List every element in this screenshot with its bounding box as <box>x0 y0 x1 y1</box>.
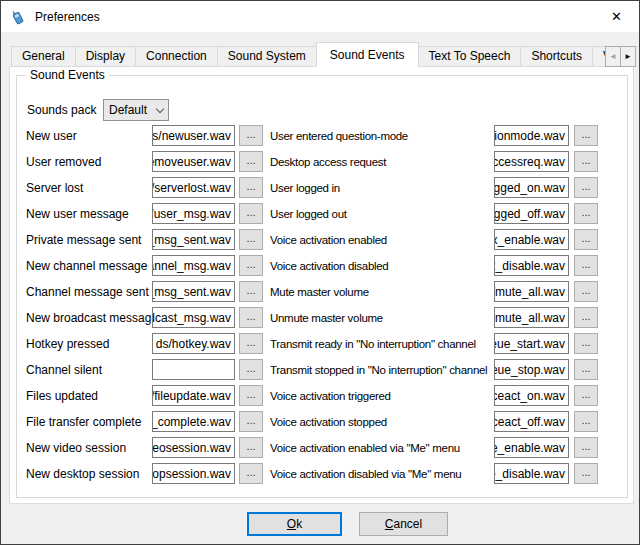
tab-strip: General Display Connection Sound System … <box>11 42 640 67</box>
sound-event-row: User removed emoveuser.wav ... <box>26 151 263 172</box>
sounds-pack-label: Sounds pack <box>27 103 96 117</box>
sound-event-row: Unmute master volume unmute_all.wav ... <box>270 307 598 328</box>
sound-file-input[interactable]: s/mute_all.wav <box>494 281 569 302</box>
tab-sound-events[interactable]: Sound Events <box>316 42 419 67</box>
sound-file-input[interactable]: ox_disable.wav <box>494 255 569 276</box>
sound-file-input[interactable]: ox_enable.wav <box>494 229 569 250</box>
browse-button[interactable]: ... <box>574 229 598 250</box>
sound-file-input[interactable]: topsession.wav <box>152 463 235 484</box>
browse-button[interactable]: ... <box>574 411 598 432</box>
browse-button[interactable]: ... <box>239 125 263 146</box>
sound-event-row: Voice activation disabled via "Me" menu … <box>270 463 598 484</box>
sound-event-row: Transmit stopped in "No interruption" ch… <box>270 359 598 380</box>
sound-event-label: Channel message sent <box>26 285 152 299</box>
browse-button[interactable]: ... <box>574 385 598 406</box>
browse-button[interactable]: ... <box>239 255 263 276</box>
tab-scroll-right-button[interactable]: ► <box>620 46 636 67</box>
browse-button[interactable]: ... <box>239 437 263 458</box>
browse-button[interactable]: ... <box>239 411 263 432</box>
sound-event-row: Voice activation disabled ox_disable.wav… <box>270 255 598 276</box>
browse-button[interactable]: ... <box>574 437 598 458</box>
sound-file-input[interactable]: emoveuser.wav <box>152 151 235 172</box>
sounds-pack-dropdown[interactable]: Default <box>103 99 169 121</box>
sound-file-input[interactable]: ueue_start.wav <box>494 333 569 354</box>
sound-event-row: New user message /user_msg.wav ... <box>26 203 263 224</box>
sounds-pack-value: Default <box>109 103 157 117</box>
browse-button[interactable]: ... <box>239 385 263 406</box>
sound-file-input[interactable]: /user_msg.wav <box>152 203 235 224</box>
tab-general[interactable]: General <box>11 46 76 66</box>
sound-event-label: New channel message <box>26 259 152 273</box>
sound-event-label: User entered question-mode <box>270 130 494 142</box>
browse-button[interactable]: ... <box>239 203 263 224</box>
sound-event-row: New channel message annel_msg.wav ... <box>26 255 263 276</box>
close-button[interactable]: ✕ <box>594 1 639 32</box>
browse-button[interactable]: ... <box>574 125 598 146</box>
tab-display[interactable]: Display <box>75 46 136 66</box>
chevron-down-icon <box>156 104 164 112</box>
sound-event-label: Mute master volume <box>270 286 494 298</box>
sound-event-label: New broadcast message <box>26 311 152 325</box>
sound-event-row: User logged in logged_on.wav ... <box>270 177 598 198</box>
sound-events-right-column: User entered question-mode stionmode.wav… <box>270 125 598 489</box>
tab-scroll-left-button[interactable]: ◄ <box>605 46 621 67</box>
sound-file-input[interactable] <box>152 359 235 380</box>
browse-button[interactable]: ... <box>574 463 598 484</box>
sound-file-input[interactable]: _complete.wav <box>152 411 235 432</box>
sound-event-label: Files updated <box>26 389 152 403</box>
browse-button[interactable]: ... <box>574 359 598 380</box>
sound-events-page: Sound Events Sounds pack Default New use… <box>9 66 634 504</box>
cancel-button[interactable]: Cancel <box>359 512 448 536</box>
tab-connection[interactable]: Connection <box>135 46 218 66</box>
groupbox-legend: Sound Events <box>26 68 109 82</box>
tab-sound-system[interactable]: Sound System <box>217 46 317 66</box>
sound-file-input[interactable]: /serverlost.wav <box>152 177 235 198</box>
sound-file-input[interactable]: oiceact_on.wav <box>494 385 569 406</box>
sound-file-input[interactable]: accessreq.wav <box>494 151 569 172</box>
sound-file-input[interactable]: _msg_sent.wav <box>152 229 235 250</box>
sound-file-input[interactable]: stionmode.wav <box>494 125 569 146</box>
sound-file-input[interactable]: logged_on.wav <box>494 177 569 198</box>
browse-button[interactable]: ... <box>574 255 598 276</box>
sound-event-label: New video session <box>26 441 152 455</box>
browse-button[interactable]: ... <box>239 229 263 250</box>
sound-file-input[interactable]: _msg_sent.wav <box>152 281 235 302</box>
sound-file-input[interactable]: ueue_stop.wav <box>494 359 569 380</box>
sound-event-row: New video session deosession.wav ... <box>26 437 263 458</box>
browse-button[interactable]: ... <box>574 151 598 172</box>
sound-file-input[interactable]: ogged_off.wav <box>494 203 569 224</box>
sound-event-label: User logged in <box>270 182 494 194</box>
sound-event-row: User entered question-mode stionmode.wav… <box>270 125 598 146</box>
browse-button[interactable]: ... <box>239 307 263 328</box>
sound-file-input[interactable]: unmute_all.wav <box>494 307 569 328</box>
sound-event-label: Voice activation enabled <box>270 234 494 246</box>
sound-file-input[interactable]: s/newuser.wav <box>152 125 235 146</box>
sound-file-input[interactable]: deosession.wav <box>152 437 235 458</box>
browse-button[interactable]: ... <box>574 307 598 328</box>
browse-button[interactable]: ... <box>239 463 263 484</box>
browse-button[interactable]: ... <box>574 281 598 302</box>
browse-button[interactable]: ... <box>574 333 598 354</box>
sound-file-input[interactable]: iceact_off.wav <box>494 411 569 432</box>
browse-button[interactable]: ... <box>239 333 263 354</box>
browse-button[interactable]: ... <box>239 359 263 380</box>
browse-button[interactable]: ... <box>239 281 263 302</box>
sound-file-input[interactable]: ne_disable.wav <box>494 463 569 484</box>
sound-file-input[interactable]: dcast_msg.wav <box>152 307 235 328</box>
sound-event-row: Channel silent ... <box>26 359 263 380</box>
tab-shortcuts[interactable]: Shortcuts <box>520 46 593 66</box>
sound-file-input[interactable]: annel_msg.wav <box>152 255 235 276</box>
ok-button[interactable]: Ok <box>247 512 342 536</box>
browse-button[interactable]: ... <box>239 151 263 172</box>
browse-button[interactable]: ... <box>574 203 598 224</box>
sound-event-row: Hotkey pressed ds/hotkey.wav ... <box>26 333 263 354</box>
browse-button[interactable]: ... <box>239 177 263 198</box>
sound-file-input[interactable]: /fileupdate.wav <box>152 385 235 406</box>
close-icon: ✕ <box>611 9 622 24</box>
sound-event-row: File transfer complete _complete.wav ... <box>26 411 263 432</box>
sound-file-input[interactable]: ds/hotkey.wav <box>152 333 235 354</box>
tab-text-to-speech[interactable]: Text To Speech <box>418 46 522 66</box>
sound-event-row: Voice activation stopped iceact_off.wav … <box>270 411 598 432</box>
browse-button[interactable]: ... <box>574 177 598 198</box>
sound-file-input[interactable]: ne_enable.wav <box>494 437 569 458</box>
